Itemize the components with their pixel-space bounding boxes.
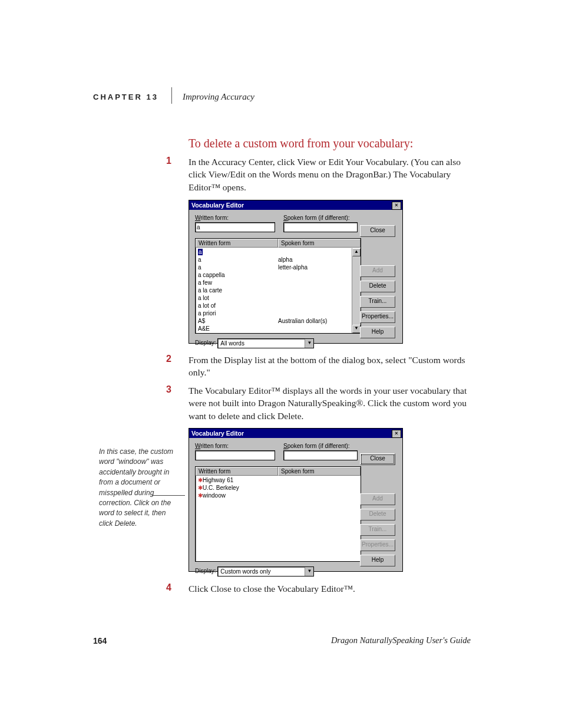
delete-button[interactable]: Delete bbox=[360, 281, 395, 292]
written-form-input[interactable]: a bbox=[195, 222, 275, 232]
train-button[interactable]: Train... bbox=[360, 296, 395, 308]
col-spoken[interactable]: Spoken form bbox=[278, 239, 361, 248]
close-icon[interactable]: × bbox=[392, 430, 401, 438]
add-button[interactable]: Add bbox=[360, 493, 395, 505]
list-item[interactable]: a cappella bbox=[196, 271, 361, 279]
spoken-form-input[interactable] bbox=[283, 222, 358, 232]
list-item[interactable]: ✱windoow bbox=[196, 492, 361, 499]
add-button[interactable]: Add bbox=[360, 265, 395, 277]
spoken-form-label: Spoken form (if different): bbox=[283, 443, 366, 449]
list-item[interactable]: a bbox=[196, 248, 361, 256]
chapter-label: CHAPTER 13 bbox=[93, 93, 158, 101]
written-form-input[interactable] bbox=[195, 450, 275, 460]
scroll-down-icon[interactable]: ▼ bbox=[352, 325, 361, 333]
dialog-titlebar[interactable]: Vocabulary Editor × bbox=[189, 200, 402, 210]
list-item[interactable]: a la carte bbox=[196, 286, 361, 294]
train-button[interactable]: Train... bbox=[360, 524, 395, 536]
chevron-down-icon[interactable]: ▼ bbox=[305, 567, 313, 576]
close-icon[interactable]: × bbox=[392, 202, 401, 210]
list-item[interactable]: A&E bbox=[196, 325, 361, 332]
scroll-up-icon[interactable]: ▲ bbox=[352, 248, 361, 256]
list-item[interactable]: a few bbox=[196, 279, 361, 286]
custom-word-icon: ✱ bbox=[198, 476, 203, 484]
step-text: From the Display list at the bottom of t… bbox=[189, 354, 472, 379]
chapter-title: Improving Accuracy bbox=[183, 92, 254, 102]
step-text: The Vocabulary Editor™ displays all the … bbox=[189, 384, 472, 422]
col-written[interactable]: Written form bbox=[196, 467, 278, 476]
word-listbox[interactable]: Written form Spoken form aaalphaaletter-… bbox=[195, 238, 361, 334]
display-combo[interactable]: Custom words only ▼ bbox=[217, 566, 314, 577]
spoken-form-input[interactable] bbox=[283, 450, 358, 460]
properties-button[interactable]: Properties... bbox=[360, 311, 395, 323]
footer-title: Dragon NaturallySpeaking User's Guide bbox=[331, 635, 471, 645]
dialog-title: Vocabulary Editor bbox=[191, 430, 244, 437]
custom-word-icon: ✱ bbox=[198, 484, 203, 492]
divider bbox=[171, 87, 172, 104]
close-button[interactable]: Close bbox=[360, 453, 395, 465]
step-number: 4 bbox=[166, 582, 181, 593]
list-item[interactable]: ✱Highway 61 bbox=[196, 476, 361, 484]
list-item[interactable]: a lot bbox=[196, 294, 361, 302]
list-item[interactable]: aletter-alpha bbox=[196, 263, 361, 271]
margin-note: In this case, the custom word "windoow" … bbox=[99, 447, 176, 529]
help-button[interactable]: Help bbox=[360, 555, 395, 566]
page-header: CHAPTER 13 Improving Accuracy bbox=[93, 87, 491, 104]
step-number: 3 bbox=[166, 384, 181, 395]
list-item[interactable]: aalpha bbox=[196, 256, 361, 263]
page-number: 164 bbox=[93, 636, 107, 645]
col-spoken[interactable]: Spoken form bbox=[278, 467, 361, 476]
help-button[interactable]: Help bbox=[360, 327, 395, 338]
close-button[interactable]: Close bbox=[360, 225, 395, 237]
chevron-down-icon[interactable]: ▼ bbox=[305, 339, 313, 348]
step-number: 2 bbox=[166, 354, 181, 364]
written-form-label: Written form: bbox=[195, 215, 283, 221]
display-label: Display: bbox=[195, 340, 216, 346]
col-written[interactable]: Written form bbox=[196, 239, 278, 248]
step-text: In the Accuracy Center, click View or Ed… bbox=[189, 156, 472, 193]
list-item[interactable]: ✱U.C. Berkeley bbox=[196, 484, 361, 492]
vocabulary-editor-dialog-1: Vocabulary Editor × Written form: a Spok… bbox=[189, 200, 403, 344]
word-listbox[interactable]: Written form Spoken form ✱Highway 61✱U.C… bbox=[195, 466, 361, 562]
delete-button[interactable]: Delete bbox=[360, 509, 395, 521]
spoken-form-label: Spoken form (if different): bbox=[283, 215, 366, 221]
callout-line bbox=[152, 495, 185, 496]
properties-button[interactable]: Properties... bbox=[360, 539, 395, 551]
scrollbar[interactable]: ▲ ▼ bbox=[352, 248, 361, 333]
list-item[interactable]: a priori bbox=[196, 309, 361, 317]
list-item[interactable]: a lot of bbox=[196, 302, 361, 309]
list-item[interactable]: A$Australian dollar(s) bbox=[196, 317, 361, 325]
custom-word-icon: ✱ bbox=[198, 492, 203, 499]
vocabulary-editor-dialog-2: Vocabulary Editor × Written form: Spoken… bbox=[189, 428, 403, 572]
written-form-label: Written form: bbox=[195, 443, 283, 449]
step-number: 1 bbox=[166, 156, 181, 166]
dialog-title: Vocabulary Editor bbox=[191, 202, 244, 209]
display-label: Display: bbox=[195, 568, 216, 574]
step-text: Click Close to close the Vocabulary Edit… bbox=[189, 582, 472, 595]
display-combo[interactable]: All words ▼ bbox=[217, 338, 314, 348]
dialog-titlebar[interactable]: Vocabulary Editor × bbox=[189, 429, 402, 438]
section-heading: To delete a custom word from your vocabu… bbox=[189, 137, 413, 150]
